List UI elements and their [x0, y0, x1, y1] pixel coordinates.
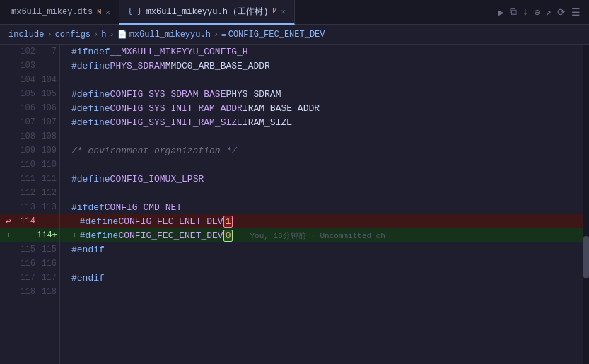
- line-num-112b: 112: [37, 188, 57, 198]
- code-line-114-add: + #define CONFIG_FEC_ENET_DEV 0 You, 16分…: [60, 228, 589, 242]
- gutter-row-111: · 111 111: [0, 172, 59, 186]
- kw-115: #endif: [71, 245, 105, 255]
- line-num-109a: 109: [16, 146, 35, 155]
- line-num-102b: 7: [37, 47, 57, 57]
- code-line-118: [60, 285, 589, 299]
- code-line-114-del: − #define CONFIG_FEC_ENET_DEV 1: [60, 214, 589, 228]
- line-num-118b: 118: [37, 287, 57, 297]
- tab-2[interactable]: { } mx6ull_mikeyyu.h (工作树) M ✕: [119, 0, 295, 25]
- code-line-103: #define PHYS_SDRAM MMDC0_ARB_BASE_ADDR: [60, 59, 589, 73]
- num-114d: 1: [223, 216, 233, 228]
- code-line-113: #ifdef CONFIG_CMD_NET: [60, 200, 589, 214]
- tab-2-close[interactable]: ✕: [281, 7, 286, 16]
- code-line-109: /* environment organization */: [60, 143, 589, 158]
- tab-1-close[interactable]: ✕: [105, 8, 110, 17]
- kw-117: #endif: [71, 273, 105, 283]
- split-icon[interactable]: ⧉: [510, 6, 517, 18]
- breadcrumb-h[interactable]: h: [101, 30, 106, 40]
- code-line-108: [60, 129, 589, 143]
- macro-105: CONFIG_SYS_SDRAM_BASE: [110, 89, 226, 100]
- kw-113: #ifdef: [71, 202, 105, 213]
- breadcrumb-include[interactable]: include: [8, 30, 44, 40]
- download-icon[interactable]: ↓: [523, 6, 528, 18]
- tab-1-modified: M: [97, 8, 101, 16]
- diff-plus-ind: +: [71, 230, 77, 241]
- refresh-icon[interactable]: ⟳: [557, 6, 566, 18]
- code-line-116: [60, 257, 589, 271]
- add-icon[interactable]: ⊕: [534, 6, 540, 18]
- sep-3: ›: [109, 30, 114, 40]
- symbol-icon: ≡: [221, 30, 226, 39]
- tab-1[interactable]: mx6ull_mikey.dts M ✕: [3, 0, 119, 25]
- kw-114a: #define: [80, 230, 119, 241]
- kw-114d: #define: [80, 216, 119, 227]
- line-num-105b: 105: [37, 89, 57, 99]
- code-line-117: #endif: [60, 271, 589, 285]
- change-ind-109: ·: [3, 146, 14, 156]
- line-num-118a: 118: [16, 287, 35, 297]
- tab-bar: mx6ull_mikey.dts M ✕ { } mx6ull_mikeyyu.…: [0, 0, 589, 25]
- breadcrumb-symbol[interactable]: ≡ CONFIG_FEC_ENET_DEV: [221, 30, 325, 40]
- change-ind-103: ·: [3, 61, 14, 71]
- change-ind-115: ·: [3, 245, 14, 255]
- gutter-row-106: · 106 106: [0, 101, 59, 115]
- line-num-106a: 106: [16, 103, 35, 113]
- change-ind-104: ·: [3, 75, 14, 86]
- scrollbar[interactable]: [583, 45, 589, 364]
- scrollbar-thumb[interactable]: [583, 236, 589, 278]
- sep-2: ›: [93, 30, 98, 40]
- kw-106: #define: [71, 103, 110, 114]
- breadcrumb-file[interactable]: 📄 mx6ull_mikeyyu.h: [117, 30, 211, 40]
- plain-103: MMDC0_ARB_BASE_ADDR: [165, 61, 270, 71]
- git-blame-114: You, 16分钟前 · Uncommitted ch: [250, 230, 385, 241]
- line-num-104b: 104: [37, 75, 57, 85]
- num-114a: 0: [223, 230, 233, 242]
- change-ind-107: ·: [3, 117, 14, 128]
- line-num-117a: 117: [16, 273, 35, 283]
- change-ind-114-add: +: [3, 230, 14, 241]
- macro-107: CONFIG_SYS_INIT_RAM_SIZE: [110, 117, 243, 128]
- change-ind-117: ·: [3, 273, 14, 283]
- line-num-107a: 107: [16, 117, 35, 127]
- plain-106: IRAM_BASE_ADDR: [243, 103, 320, 114]
- kw-102: #ifndef: [71, 47, 110, 57]
- gutter-row-104: · 104 104: [0, 73, 59, 87]
- gutter-row-109: · 109 109: [0, 143, 59, 158]
- line-num-108a: 108: [16, 131, 35, 141]
- line-num-110a: 110: [16, 160, 35, 170]
- gutter-row-107: · 107 107: [0, 115, 59, 129]
- gutter-row-116: · 116 116: [0, 257, 59, 271]
- file-icon: 📄: [117, 30, 127, 39]
- line-num-112a: 112: [16, 188, 35, 198]
- line-num-111b: 111: [37, 174, 57, 184]
- change-ind-113: ·: [3, 202, 14, 213]
- line-num-116b: 116: [37, 259, 57, 269]
- change-ind-114-del: ↩: [3, 216, 14, 227]
- macro-113: CONFIG_CMD_NET: [105, 202, 182, 213]
- line-num-104a: 104: [16, 75, 35, 85]
- tab-2-icon: { }: [128, 7, 142, 16]
- plain-105: PHYS_SDRAM: [226, 89, 281, 100]
- plain-107: IRAM_SIZE: [243, 117, 292, 128]
- line-num-113a: 113: [16, 202, 35, 212]
- code-line-105: #define CONFIG_SYS_SDRAM_BASE PHYS_SDRAM: [60, 87, 589, 101]
- gutter-row-103: · 103: [0, 59, 59, 73]
- macro-114a: CONFIG_FEC_ENET_DEV: [118, 230, 223, 241]
- breadcrumb: include › configs › h › 📄 mx6ull_mikeyyu…: [0, 25, 589, 45]
- kw-103: #define: [71, 61, 110, 71]
- code-line-102: #ifndef __MX6ULL_MIKEYYU_CONFIG_H: [60, 45, 589, 59]
- code-area: #ifndef __MX6ULL_MIKEYYU_CONFIG_H #defin…: [60, 45, 589, 364]
- tab-1-label: mx6ull_mikey.dts: [11, 7, 93, 17]
- menu-icon[interactable]: ☰: [571, 6, 581, 18]
- breadcrumb-configs[interactable]: configs: [55, 30, 91, 40]
- change-ind-106: ·: [3, 103, 14, 114]
- line-num-102a: 102: [16, 47, 35, 57]
- macro-102: __MX6ULL_MIKEYYU_CONFIG_H: [110, 47, 248, 57]
- tab-2-modified: M: [273, 8, 277, 16]
- gutter-row-112: · 112 112: [0, 186, 59, 200]
- play-icon[interactable]: ▶: [498, 6, 503, 18]
- external-icon[interactable]: ↗: [546, 6, 552, 18]
- gutter-row-115: · 115 115: [0, 242, 59, 257]
- line-num-111a: 111: [16, 174, 35, 184]
- change-ind-116: ·: [3, 259, 14, 269]
